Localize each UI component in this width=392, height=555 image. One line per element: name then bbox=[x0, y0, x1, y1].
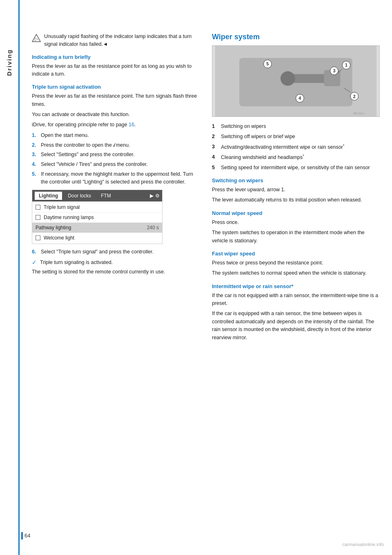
step-5-num: 5. bbox=[32, 170, 38, 186]
wiper-system-heading: Wiper system bbox=[212, 33, 380, 41]
page-link[interactable]: 16 bbox=[129, 122, 134, 128]
step-3-num: 3. bbox=[32, 151, 38, 159]
menu-checkbox-triple bbox=[36, 205, 40, 210]
checkmark-text: Triple turn signaling is activated. bbox=[40, 260, 113, 265]
normal-speed-body1: Press once. bbox=[212, 219, 380, 226]
page-number: 64 bbox=[24, 533, 30, 539]
notice-text: Unusually rapid flashing of the indicato… bbox=[44, 33, 200, 48]
menu-tab-ftm: FTM bbox=[97, 192, 115, 200]
menu-screenshot: Lighting Door locks FTM ▶ ⚙ Triple turn … bbox=[32, 190, 163, 244]
notice-box: ▷ Unusually rapid flashing of the indica… bbox=[32, 33, 200, 48]
wiper-item-1-text: Switching on wipers bbox=[221, 123, 266, 130]
footer-text: The setting is stored for the remote con… bbox=[32, 268, 200, 276]
wiper-item-1: 1 Switching on wipers bbox=[212, 123, 380, 130]
checkmark-line: ✓ Triple turn signaling is activated. bbox=[32, 259, 200, 266]
triple-turn-body1: Press the lever as far as the resistance… bbox=[32, 92, 200, 108]
sidebar: Driving bbox=[0, 0, 20, 555]
svg-point-6 bbox=[281, 71, 295, 86]
menu-row-pathway-label: Pathway lighting bbox=[36, 225, 71, 231]
normal-speed-heading: Normal wiper speed bbox=[212, 210, 380, 216]
wiper-item-3: 3 Activating/deactivating intermittent w… bbox=[212, 143, 380, 151]
step-list: 1. Open the start menu. 2. Press the con… bbox=[32, 132, 200, 186]
wiper-item-3-text: Activating/deactivating intermittent wip… bbox=[221, 143, 344, 151]
right-column: Wiper system 1 2 bbox=[212, 33, 380, 530]
switching-on-body2: The lever automatically returns to its i… bbox=[212, 196, 380, 204]
triple-turn-body3: iDrive, for operating principle refer to… bbox=[32, 121, 200, 129]
wiper-item-5-text: Setting speed for intermittent wipe, or … bbox=[221, 164, 370, 172]
triple-turn-heading: Triple turn signal activation bbox=[32, 84, 200, 90]
checkmark-icon: ✓ bbox=[32, 259, 37, 266]
fast-speed-body1: Press twice or press beyond the resistan… bbox=[212, 259, 380, 267]
menu-icon-settings: ⚙ bbox=[155, 193, 160, 199]
step-6-num: 6. bbox=[32, 248, 38, 256]
menu-rows: Triple turn signal Daytime running lamps… bbox=[32, 201, 162, 244]
intermittent-body1: If the car is not equipped with a rain s… bbox=[212, 292, 380, 308]
menu-row-triple: Triple turn signal bbox=[32, 202, 162, 213]
svg-text:2: 2 bbox=[353, 94, 356, 99]
sidebar-label: Driving bbox=[6, 49, 13, 76]
step-4-num: 4. bbox=[32, 161, 38, 168]
wiper-item-1-num: 1 bbox=[212, 123, 218, 130]
menu-tabs: Lighting Door locks FTM ▶ ⚙ bbox=[32, 190, 162, 201]
svg-text:1: 1 bbox=[345, 63, 347, 67]
menu-row-triple-label: Triple turn signal bbox=[44, 204, 80, 210]
wiper-image: 1 2 3 4 5 MC21LI bbox=[212, 45, 380, 117]
menu-row-pathway: Pathway lighting 240 s bbox=[32, 223, 162, 233]
wiper-item-5-num: 5 bbox=[212, 164, 218, 172]
step-1-num: 1. bbox=[32, 132, 38, 139]
left-column: ▷ Unusually rapid flashing of the indica… bbox=[32, 33, 200, 530]
wiper-item-2-text: Switching off wipers or brief wipe bbox=[221, 133, 295, 141]
wiper-item-4: 4 Cleaning windshield and headlamps* bbox=[212, 153, 380, 161]
page-accent-bar bbox=[21, 532, 23, 539]
step-5-text: If necessary, move the highlight marker … bbox=[41, 170, 200, 186]
content-area: ▷ Unusually rapid flashing of the indica… bbox=[20, 0, 392, 555]
fast-speed-body2: The system switches to normal speed when… bbox=[212, 269, 380, 277]
menu-tab-doorlocks: Door locks bbox=[64, 192, 95, 200]
page: Driving ▷ Unusually rapid flashing of th… bbox=[0, 0, 392, 555]
step-1-text: Open the start menu. bbox=[41, 132, 200, 139]
wiper-item-3-num: 3 bbox=[212, 143, 218, 151]
wiper-item-2: 2 Switching off wipers or brief wipe bbox=[212, 133, 380, 141]
step-2-num: 2. bbox=[32, 141, 38, 149]
svg-text:▷: ▷ bbox=[35, 36, 38, 41]
notice-icon: ▷ bbox=[32, 34, 41, 43]
switching-on-heading: Switching on wipers bbox=[212, 177, 380, 184]
menu-tab-icons: ▶ ⚙ bbox=[150, 193, 160, 199]
indicating-turn-body: Press the lever as far as the resistance… bbox=[32, 63, 200, 78]
step-1: 1. Open the start menu. bbox=[32, 132, 200, 139]
step-6-text: Select "Triple turn signal" and press th… bbox=[41, 248, 200, 256]
triple-turn-body2: You can activate or deactivate this func… bbox=[32, 111, 200, 119]
normal-speed-body2: The system switches to operation in the … bbox=[212, 229, 380, 245]
step-4-text: Select "Vehicle / Tires" and press the c… bbox=[41, 161, 200, 168]
wiper-number-list: 1 Switching on wipers 2 Switching off wi… bbox=[212, 123, 380, 172]
menu-row-welcome-label: Welcome light bbox=[44, 235, 74, 241]
menu-checkbox-welcome bbox=[36, 235, 40, 240]
svg-text:5: 5 bbox=[266, 61, 269, 66]
step-5: 5. If necessary, move the highlight mark… bbox=[32, 170, 200, 186]
menu-row-daytime: Daytime running lamps bbox=[32, 213, 162, 223]
wiper-item-2-num: 2 bbox=[212, 133, 218, 141]
fast-speed-heading: Fast wiper speed bbox=[212, 251, 380, 257]
wiper-item-4-text: Cleaning windshield and headlamps* bbox=[221, 153, 304, 161]
intermittent-heading: Intermittent wipe or rain sensor* bbox=[212, 283, 380, 289]
menu-row-pathway-value: 240 s bbox=[147, 225, 159, 231]
menu-tab-lighting: Lighting bbox=[35, 192, 62, 200]
wiper-diagram: 1 2 3 4 5 MC21LI bbox=[212, 46, 379, 116]
step-3: 3. Select "Settings" and press the contr… bbox=[32, 151, 200, 159]
svg-text:4: 4 bbox=[298, 96, 301, 101]
wiper-item-5: 5 Setting speed for intermittent wipe, o… bbox=[212, 164, 380, 172]
step-3-text: Select "Settings" and press the controll… bbox=[41, 151, 200, 159]
indicating-turn-heading: Indicating a turn briefly bbox=[32, 54, 200, 60]
step-6: 6. Select "Triple turn signal" and press… bbox=[32, 248, 200, 256]
intermittent-body2: If the car is equipped with a rain senso… bbox=[212, 310, 380, 342]
menu-row-welcome: Welcome light bbox=[32, 233, 162, 243]
switching-on-body: Press the lever upward, arrow 1. bbox=[212, 186, 380, 194]
step-6-container: 6. Select "Triple turn signal" and press… bbox=[32, 248, 200, 256]
wiper-item-4-num: 4 bbox=[212, 153, 218, 161]
menu-icon-play: ▶ bbox=[150, 193, 154, 199]
menu-row-daytime-label: Daytime running lamps bbox=[44, 215, 94, 220]
menu-checkbox-daytime bbox=[36, 215, 40, 220]
step-4: 4. Select "Vehicle / Tires" and press th… bbox=[32, 161, 200, 168]
step-2-text: Press the controller to open the 𝑖 menu. bbox=[41, 141, 200, 149]
svg-text:3: 3 bbox=[333, 68, 335, 73]
